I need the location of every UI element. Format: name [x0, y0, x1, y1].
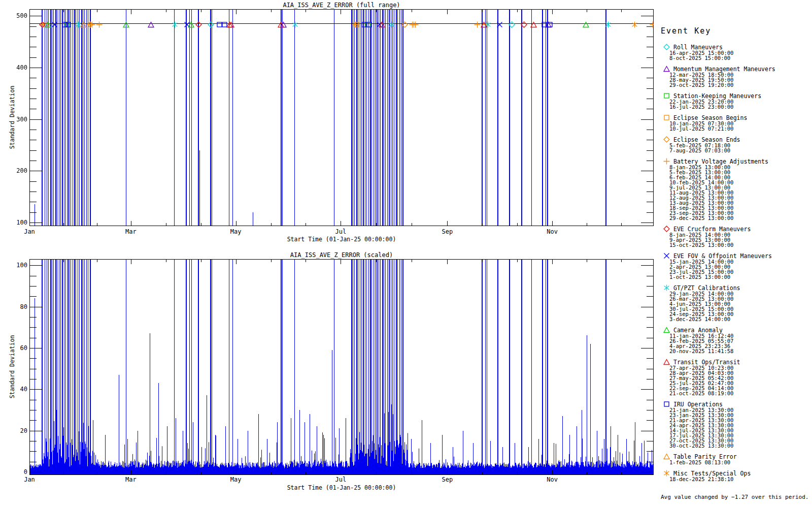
- legend-entry-dates: 16-apr-2025 15:00:008-oct-2025 15:00:00: [669, 50, 811, 60]
- legend-entry-label: Misc Tests/Special Ops: [673, 470, 751, 477]
- x-tick-label-mar: Mar: [125, 477, 137, 483]
- legend-date: 30-oct-2025 13:30:00: [669, 443, 811, 448]
- legend-entry-battery-voltage-adjustments: Battery Voltage Adjustments8-jan-2025 13…: [660, 158, 811, 220]
- legend-entry-eclipse-season-begins: Eclipse Season Begins10-jan-2025 07:30:0…: [660, 114, 811, 131]
- legend-entry-label: Station-Keeping Maneuvers: [673, 93, 761, 99]
- legend-entry-eve-fov-offpoint-maneuvers: EVE FOV & Offpoint Maneuvers15-jan-2025 …: [660, 252, 811, 279]
- legend-date: 1-feb-2025 08:13:00: [669, 460, 811, 465]
- legend-date: 21-oct-2025 08:19:00: [669, 391, 811, 396]
- x-axis-label: Start Time (01-Jan-25 00:00:00): [29, 236, 654, 243]
- legend-entry-label: EVE Crucform Maneuvers: [673, 226, 751, 232]
- legend-entry-dates: 10-jan-2025 07:30:0010-jul-2025 07:21:00: [669, 121, 811, 131]
- x-tick-label-may: May: [230, 477, 242, 483]
- x-tick-label-sep: Sep: [442, 477, 453, 483]
- event-key-title: Event Key: [661, 26, 811, 36]
- legend-entry-label: Eclipse Season Begins: [673, 115, 747, 121]
- legend-entry-dates: 11-jan-2025 16:12:4026-feb-2025 05:55:07…: [669, 333, 811, 354]
- legend-entry-label: IRU Operations: [673, 401, 723, 407]
- x-tick-label-sep: Sep: [442, 229, 453, 235]
- legend-date: 7-aug-2025 07:03:00: [669, 148, 811, 153]
- legend-date: 10-jul-2025 07:21:00: [669, 126, 811, 131]
- legend-entry-eclipse-season-ends: Eclipse Season Ends5-feb-2025 07:18:007-…: [660, 136, 811, 153]
- x-tick-label-jan: Jan: [24, 477, 35, 483]
- legend-date: 18-dec-2025 21:38:10: [669, 477, 811, 482]
- scaled-plot-panel: AIA_ISS_AVE_Z_ERROR (scaled) Standard De…: [0, 250, 660, 508]
- x-tick-label-may: May: [230, 229, 242, 235]
- full-range-plot-panel: AIA_ISS_AVE_Z_ERROR (full range) Standar…: [0, 0, 660, 250]
- legend-entry-dates: 18-dec-2025 21:38:10: [669, 477, 811, 482]
- legend-entry-transit-ops-transit: Transit Ops/Transit27-apr-2025 10:23:002…: [660, 359, 811, 396]
- legend-entry-dates: 8-jan-2025 14:00:009-apr-2025 13:00:0015…: [669, 232, 811, 247]
- avg-change-note: Avg value changed by −1.27 over this per…: [661, 494, 811, 500]
- x-tick-label-jul: Jul: [335, 477, 346, 483]
- legend-date: 3-dec-2025 14:00:00: [669, 316, 811, 322]
- y-tick-label-500: 500: [6, 13, 27, 19]
- legend-entry-label: EVE FOV & Offpoint Maneuvers: [673, 253, 772, 259]
- y-tick-label-300: 300: [6, 116, 27, 122]
- y-tick-label-20: 20: [6, 428, 27, 434]
- legend-date: 8-oct-2025 15:00:00: [669, 55, 811, 60]
- legend-entry-label: Table Parity Error: [673, 454, 737, 460]
- legend-entry-gt-pzt-calibrations: GT/PZT Calibrations29-jan-2025 14:00:002…: [660, 284, 811, 322]
- legend-date: 29-dec-2025 13:00:00: [669, 215, 811, 220]
- x-tick-label-mar: Mar: [125, 229, 137, 235]
- plot-title-full-range: AIA_ISS_AVE_Z_ERROR (full range): [29, 2, 654, 9]
- scaled-plot-canvas: [29, 259, 654, 475]
- legend-entry-dates: 8-jan-2025 13:00:005-feb-2025 13:00:006-…: [669, 165, 811, 220]
- x-tick-label-jan: Jan: [24, 229, 35, 235]
- legend-entry-dates: 29-jan-2025 14:00:0026-mar-2025 13:00:00…: [669, 291, 811, 322]
- y-tick-label-60: 60: [6, 345, 27, 351]
- legend-entry-label: Battery Voltage Adjustments: [673, 158, 768, 165]
- x-tick-label-nov: Nov: [547, 477, 558, 483]
- legend-date: 20-nov-2025 11:41:58: [669, 348, 811, 354]
- y-tick-label-400: 400: [6, 65, 27, 71]
- legend-entry-label: Momentum Management Maneuvers: [673, 66, 775, 72]
- full-range-plot-canvas: [29, 9, 654, 226]
- legend-entry-dates: 12-mar-2025 18:50:0028-may-2025 19:50:00…: [669, 72, 811, 87]
- legend-entry-dates: 15-jan-2025 14:00:002-apr-2025 13:00:002…: [669, 259, 811, 279]
- legend-entry-label: Roll Maneuvers: [673, 44, 723, 50]
- legend-date: 16-jul-2025 23:00:00: [669, 104, 811, 109]
- legend-entry-camera-anomaly: Camera Anomaly11-jan-2025 16:12:4026-feb…: [660, 327, 811, 354]
- legend-entry-label: Eclipse Season Ends: [673, 137, 740, 143]
- y-tick-label-0: 0: [6, 469, 27, 475]
- legend-entry-dates: 27-apr-2025 10:23:0028-apr-2025 04:03:00…: [669, 365, 811, 396]
- x-tick-label-jul: Jul: [335, 229, 346, 235]
- legend-entry-dates: 21-jan-2025 13:30:0023-jan-2025 13:30:00…: [669, 407, 811, 448]
- legend-entry-station-keeping-maneuvers: Station-Keeping Maneuvers22-jan-2025 23:…: [660, 92, 811, 109]
- event-key-entries: Roll Maneuvers16-apr-2025 15:00:008-oct-…: [660, 44, 811, 482]
- legend-entry-eve-crucform-maneuvers: EVE Crucform Maneuvers8-jan-2025 14:00:0…: [660, 226, 811, 247]
- legend-entry-dates: 1-feb-2025 08:13:00: [669, 460, 811, 465]
- legend-entry-label: Transit Ops/Transit: [673, 359, 740, 365]
- y-tick-label-100: 100: [6, 262, 27, 268]
- legend-entry-roll-maneuvers: Roll Maneuvers16-apr-2025 15:00:008-oct-…: [660, 44, 811, 60]
- y-tick-label-40: 40: [6, 386, 27, 392]
- plot-title-scaled: AIA_ISS_AVE_Z_ERROR (scaled): [29, 251, 654, 259]
- legend-entry-label: Camera Anomaly: [673, 327, 723, 333]
- legend-date: 29-oct-2025 19:20:00: [669, 82, 811, 87]
- legend-entry-label: GT/PZT Calibrations: [673, 285, 740, 291]
- y-tick-label-200: 200: [6, 168, 27, 174]
- y-tick-label-80: 80: [6, 304, 27, 310]
- legend-entry-misc-tests-special-ops: Misc Tests/Special Ops18-dec-2025 21:38:…: [660, 470, 811, 482]
- x-axis-label: Start Time (01-Jan-25 00:00:00): [29, 484, 654, 491]
- legend-entry-table-parity-error: Table Parity Error1-feb-2025 08:13:00: [660, 453, 811, 465]
- y-tick-label-100: 100: [6, 219, 27, 226]
- legend-entry-dates: 22-jan-2025 23:20:0016-jul-2025 23:00:00: [669, 99, 811, 109]
- legend-entry-iru-operations: IRU Operations21-jan-2025 13:30:0023-jan…: [660, 401, 811, 448]
- legend-entry-momentum-management-maneuvers: Momentum Management Maneuvers12-mar-2025…: [660, 66, 811, 87]
- legend-date: 15-oct-2025 13:00:00: [669, 242, 811, 247]
- x-tick-label-nov: Nov: [547, 229, 558, 235]
- legend-entry-dates: 5-feb-2025 07:18:007-aug-2025 07:03:00: [669, 143, 811, 153]
- legend-date: 1-oct-2025 13:00:00: [669, 274, 811, 279]
- aia-iss-error-figure: AIA_ISS_AVE_Z_ERROR (full range) Standar…: [0, 0, 812, 508]
- event-key-legend: Event Key Roll Maneuvers16-apr-2025 15:0…: [660, 26, 811, 500]
